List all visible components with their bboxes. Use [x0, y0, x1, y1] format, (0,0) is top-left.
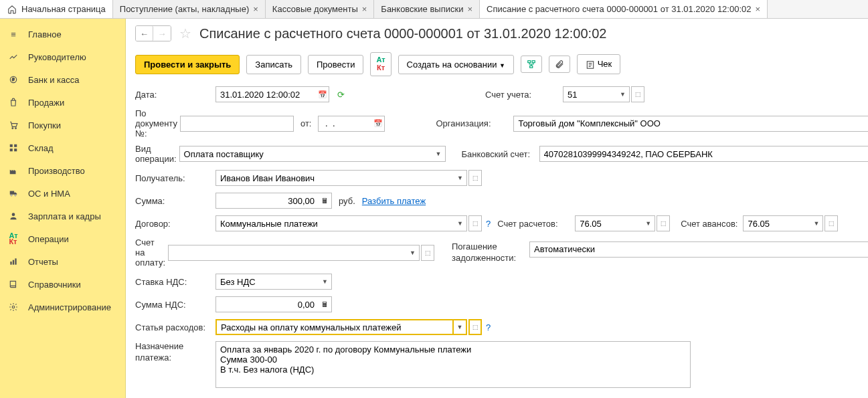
dropdown-icon[interactable]: ▼	[642, 215, 655, 231]
open-icon[interactable]: ⬚	[468, 215, 482, 231]
bank-acc-input[interactable]	[539, 146, 868, 162]
tab-bank[interactable]: Банковские выписки ×	[374, 0, 480, 18]
refresh-icon[interactable]: ⟳	[337, 90, 345, 100]
post-button[interactable]: Провести	[308, 55, 364, 74]
tab-home[interactable]: Начальная страница	[0, 0, 113, 18]
close-icon[interactable]: ×	[755, 4, 760, 14]
tab-cash[interactable]: Кассовые документы ×	[266, 0, 375, 18]
sidebar-item-sales[interactable]: Продажи	[0, 91, 125, 114]
dropdown-icon[interactable]: ▼	[319, 274, 332, 290]
create-based-button[interactable]: Создать на основании ▼	[398, 55, 514, 74]
sidebar-item-manager[interactable]: Руководителю	[0, 45, 125, 68]
svg-rect-6	[10, 148, 13, 151]
sidebar-item-catalogs[interactable]: Справочники	[0, 273, 125, 296]
forward-button[interactable]: →	[153, 26, 171, 41]
close-icon[interactable]: ×	[362, 4, 367, 14]
label-optype: Вид операции:	[135, 144, 179, 164]
open-icon[interactable]: ⬚	[421, 245, 434, 261]
open-icon[interactable]: ⬚	[824, 215, 838, 231]
back-button[interactable]: ←	[136, 26, 153, 41]
contract-input[interactable]	[215, 215, 454, 231]
close-icon[interactable]: ×	[253, 4, 258, 14]
calendar-icon[interactable]: 📅	[371, 116, 385, 132]
tab-writeoff[interactable]: Списание с расчетного счета 0000-000001 …	[480, 0, 768, 18]
sidebar-item-label: Руководителю	[28, 52, 86, 62]
truck-icon	[8, 188, 19, 199]
recipient-input[interactable]	[215, 170, 454, 186]
sidebar-item-production[interactable]: Производство	[0, 159, 125, 182]
help-icon[interactable]: ?	[486, 322, 491, 332]
sidebar-item-admin[interactable]: Администрирование	[0, 296, 125, 318]
amount-input[interactable]	[215, 193, 319, 209]
sidebar-item-bank[interactable]: ₽Банк и касса	[0, 68, 125, 91]
sidebar-item-label: Банк и касса	[28, 75, 80, 85]
svg-rect-17	[530, 66, 533, 68]
svg-rect-13	[15, 258, 16, 264]
docnum-input[interactable]	[180, 116, 294, 132]
debt-input[interactable]	[529, 241, 868, 258]
sidebar-item-label: Зарплата и кадры	[28, 211, 101, 221]
dropdown-icon[interactable]: ▼	[406, 245, 420, 261]
open-icon[interactable]: ⬚	[468, 319, 482, 335]
calculator-icon[interactable]: 🖩	[319, 193, 332, 209]
svg-rect-7	[14, 148, 17, 151]
svg-point-8	[11, 195, 12, 196]
org-input[interactable]	[513, 116, 868, 132]
sidebar-item-purchases[interactable]: Покупки	[0, 114, 125, 136]
sidebar-item-warehouse[interactable]: Склад	[0, 136, 125, 159]
label-expense: Статья расходов:	[135, 322, 215, 332]
menu-icon: ≡	[8, 29, 19, 39]
chevron-down-icon: ▼	[499, 62, 505, 69]
close-icon[interactable]: ×	[467, 4, 472, 14]
dropdown-icon[interactable]: ▼	[454, 319, 467, 335]
check-button[interactable]: Чек	[577, 54, 620, 74]
label-contract: Договор:	[135, 219, 215, 229]
expense-input[interactable]	[215, 319, 454, 335]
help-icon[interactable]: ?	[486, 219, 491, 229]
dropdown-icon[interactable]: ▼	[454, 170, 467, 186]
sidebar-item-main[interactable]: ≡Главное	[0, 23, 125, 45]
purpose-textarea[interactable]	[215, 341, 691, 388]
sidebar-item-label: Продажи	[28, 98, 64, 108]
save-button[interactable]: Записать	[246, 55, 301, 74]
account-input[interactable]	[563, 86, 616, 102]
open-icon[interactable]: ⬚	[631, 86, 644, 102]
sidebar-item-label: Справочники	[28, 280, 81, 290]
attach-button[interactable]	[549, 56, 570, 73]
book-icon	[8, 279, 19, 290]
date-input[interactable]	[215, 86, 316, 102]
tab-receipts[interactable]: Поступление (акты, накладные) ×	[113, 0, 266, 18]
dropdown-icon[interactable]: ▼	[810, 215, 823, 231]
vat-rate-input[interactable]	[215, 274, 319, 290]
vat-sum-input[interactable]	[215, 296, 319, 312]
post-close-button[interactable]: Провести и закрыть	[135, 55, 240, 74]
split-payment-link[interactable]: Разбить платеж	[362, 196, 426, 206]
dropdown-icon[interactable]: ▼	[616, 86, 630, 102]
sidebar-item-operations[interactable]: АтКтОперации	[0, 227, 125, 250]
settle-acc-input[interactable]	[575, 215, 642, 231]
invoice-input[interactable]	[168, 245, 406, 261]
sidebar-item-reports[interactable]: Отчеты	[0, 250, 125, 273]
from-date-input[interactable]	[318, 116, 371, 132]
tab-label: Кассовые документы	[272, 4, 358, 14]
sidebar-item-assets[interactable]: ОС и НМА	[0, 182, 125, 205]
open-icon[interactable]: ⬚	[468, 170, 482, 186]
label-recipient: Получатель:	[135, 173, 215, 183]
calculator-icon[interactable]: 🖩	[319, 296, 332, 312]
open-icon[interactable]: ⬚	[657, 215, 670, 231]
structure-button[interactable]	[521, 56, 542, 73]
dtkt-button[interactable]: АтКт	[370, 52, 391, 76]
optype-input[interactable]	[179, 146, 432, 162]
dropdown-icon[interactable]: ▼	[432, 146, 446, 162]
person-icon	[8, 211, 19, 221]
calendar-icon[interactable]: 📅	[316, 86, 329, 102]
svg-rect-4	[10, 144, 13, 147]
favorite-icon[interactable]: ☆	[179, 25, 191, 41]
advance-acc-input[interactable]	[743, 215, 810, 231]
dropdown-icon[interactable]: ▼	[454, 215, 467, 231]
label-advance: Счет авансов:	[681, 219, 737, 229]
coin-icon: ₽	[8, 74, 19, 85]
sidebar-item-salary[interactable]: Зарплата и кадры	[0, 205, 125, 227]
svg-point-14	[12, 306, 15, 308]
sidebar-item-label: ОС и НМА	[28, 189, 70, 199]
